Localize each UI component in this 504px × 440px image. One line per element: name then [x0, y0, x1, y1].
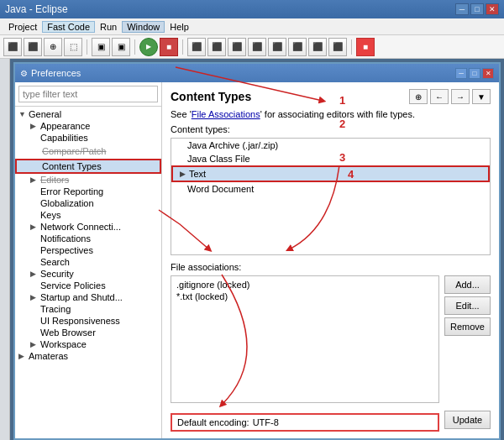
fa-item-txt[interactable]: *.txt (locked)	[174, 291, 436, 302]
tree-item-perspectives[interactable]: ▶ Perspectives	[15, 244, 161, 256]
close-button[interactable]: ✕	[486, 3, 499, 15]
prefs-win-controls: ─ □ ✕	[455, 68, 494, 79]
ct-item-text[interactable]: ▶ Text	[171, 165, 490, 182]
ct-item-word[interactable]: ▶ Word Document	[171, 182, 490, 196]
tree-item-network[interactable]: ▶ Network Connecti...	[15, 221, 161, 233]
filter-input[interactable]	[18, 86, 158, 102]
tree-item-compare[interactable]: ▶ Compare/Patch	[15, 144, 161, 159]
tree-item-appearance[interactable]: ▶ Appearance	[15, 120, 161, 132]
toolbar-btn-10[interactable]: ⬛	[228, 38, 246, 56]
toolbar-btn-2[interactable]: ⬛	[24, 38, 42, 56]
tree-item-tracing[interactable]: ▶ Tracing	[15, 303, 161, 315]
menu-project[interactable]: Project	[3, 21, 42, 33]
see-link-text: See 'File Associations' for associating …	[171, 109, 491, 119]
tree-item-error[interactable]: ▶ Error Reporting	[15, 186, 161, 197]
window-controls: ─ □ ✕	[455, 3, 499, 15]
tree-item-editors[interactable]: ▶ Editors	[15, 174, 161, 186]
tree-item-ui[interactable]: ▶ UI Responsiveness	[15, 315, 161, 327]
encoding-row: Default encoding: UTF-8 Update	[171, 408, 491, 432]
toolbar-btn-1[interactable]: ⬛	[3, 38, 22, 56]
remove-button[interactable]: Remove	[444, 317, 491, 336]
prefs-close-btn[interactable]: ✕	[482, 68, 494, 79]
preferences-outer: ⚙ Preferences ─ □ ✕	[12, 60, 502, 438]
fwd-arrow-button[interactable]: →	[451, 89, 470, 104]
tree-item-search[interactable]: ▶ Search	[15, 256, 161, 268]
toolbar-btn-6[interactable]: ▣	[112, 38, 130, 56]
edit-button[interactable]: Edit...	[444, 296, 491, 315]
editors-arrow-icon: ▶	[30, 175, 40, 184]
toolbar-btn-15[interactable]: ⬛	[328, 38, 347, 56]
content-types-list[interactable]: ▶ Java Archive (.jar/.zip) ▶ Java Class …	[171, 138, 491, 255]
tree-item-web[interactable]: ▶ Web Browser	[15, 327, 161, 338]
startup-arrow-icon: ▶	[30, 293, 40, 301]
tree-content: ▼ General ▶ Appearance ▶ Capabiliti	[15, 107, 161, 438]
tree-item-notifications[interactable]: ▶ Notifications	[15, 233, 161, 244]
ct-item-class[interactable]: ▶ Java Class File	[171, 152, 490, 165]
encoding-value: UTF-8	[253, 417, 279, 427]
toolbar-btn-16[interactable]: ■	[356, 38, 375, 56]
toolbar-btn-9[interactable]: ⬛	[207, 38, 226, 56]
tree-item-general[interactable]: ▼ General	[15, 108, 161, 120]
toolbar-btn-7[interactable]: ■	[160, 38, 178, 56]
header-buttons: ⊕ ← → ▼	[409, 89, 491, 104]
tree-item-content-types[interactable]: ▶ Content Types	[15, 159, 161, 174]
prefs-icon: ⚙	[20, 69, 28, 78]
tree-item-keys[interactable]: ▶ Keys	[15, 209, 161, 221]
tree-panel: ▼ General ▶ Appearance ▶ Capabiliti	[15, 82, 162, 438]
amateras-arrow-icon: ▶	[18, 352, 29, 360]
encoding-bar: Default encoding: UTF-8	[171, 413, 439, 432]
toolbar-btn-12[interactable]: ⬛	[268, 38, 286, 56]
content-header: Content Types ⊕ ← → ▼	[171, 89, 491, 104]
content-panel-title: Content Types	[171, 90, 251, 103]
file-associations-link[interactable]: File Associations	[192, 109, 260, 119]
toolbar-separator-1	[87, 39, 87, 55]
prefs-restore-btn[interactable]: □	[469, 68, 480, 79]
tree-item-globalization[interactable]: ▶ Globalization	[15, 197, 161, 209]
maximize-button[interactable]: □	[470, 3, 484, 15]
title-bar: Java - Eclipse ─ □ ✕	[0, 0, 504, 18]
add-button[interactable]: Add...	[444, 275, 491, 294]
window-title: Java - Eclipse	[5, 3, 455, 15]
toolbar-btn-4[interactable]: ⬚	[64, 38, 82, 56]
menu-fastcode[interactable]: Fast Code	[42, 21, 95, 33]
back-button[interactable]: ⊕	[409, 89, 428, 104]
toolbar: ⬛ ⬛ ⊕ ⬚ ▣ ▣ ▶ ■ ⬛ ⬛ ⬛ ⬛ ⬛ ⬛ ⬛ ⬛ ■	[0, 35, 504, 59]
tree-item-startup[interactable]: ▶ Startup and Shutd...	[15, 291, 161, 303]
ct-item-jar[interactable]: ▶ Java Archive (.jar/.zip)	[171, 139, 490, 152]
text-arrow-icon: ▶	[180, 170, 186, 178]
tree-item-workspace[interactable]: ▶ Workspace	[15, 338, 161, 350]
left-panel	[0, 59, 10, 440]
menu-help[interactable]: Help	[165, 21, 194, 33]
toolbar-btn-13[interactable]: ⬛	[288, 38, 307, 56]
minimize-button[interactable]: ─	[455, 3, 469, 15]
tree-item-capabilities[interactable]: ▶ Capabilities	[15, 132, 161, 144]
filter-box	[15, 82, 161, 107]
toolbar-btn-8[interactable]: ⬛	[187, 38, 206, 56]
content-panel: Content Types ⊕ ← → ▼ See 'File Associat…	[162, 82, 499, 438]
fa-item-gitignore[interactable]: .gitignore (locked)	[174, 279, 436, 291]
preferences-window: ⚙ Preferences ─ □ ✕	[13, 62, 501, 440]
content-types-section-label: Content types:	[171, 124, 491, 134]
content-types-label: Content Types	[42, 161, 102, 171]
toolbar-btn-11[interactable]: ⬛	[248, 38, 266, 56]
prefs-minimize-btn[interactable]: ─	[455, 68, 467, 79]
toolbar-btn-14[interactable]: ⬛	[308, 38, 327, 56]
menu-bar: Project Fast Code Run Window Help	[0, 18, 504, 35]
tree-item-service[interactable]: ▶ Service Policies	[15, 280, 161, 291]
toolbar-separator-3	[182, 39, 183, 55]
run-button[interactable]: ▶	[139, 38, 158, 56]
tree-item-amateras[interactable]: ▶ Amateras	[15, 350, 161, 362]
toolbar-btn-3[interactable]: ⊕	[44, 38, 62, 56]
back-arrow-button[interactable]: ←	[430, 89, 449, 104]
menu-run[interactable]: Run	[95, 21, 122, 33]
tree-item-security[interactable]: ▶ Security	[15, 268, 161, 280]
encoding-label: Default encoding:	[177, 417, 249, 427]
menu-arrow-button[interactable]: ▼	[472, 89, 491, 104]
fa-list[interactable]: .gitignore (locked) *.txt (locked)	[171, 275, 439, 403]
fa-body: .gitignore (locked) *.txt (locked) Add..…	[171, 275, 491, 403]
menu-window[interactable]: Window	[122, 21, 165, 33]
toolbar-btn-5[interactable]: ▣	[92, 38, 110, 56]
toolbar-separator-4	[351, 39, 352, 55]
prefs-title: Preferences	[31, 68, 455, 78]
update-button[interactable]: Update	[444, 411, 491, 429]
